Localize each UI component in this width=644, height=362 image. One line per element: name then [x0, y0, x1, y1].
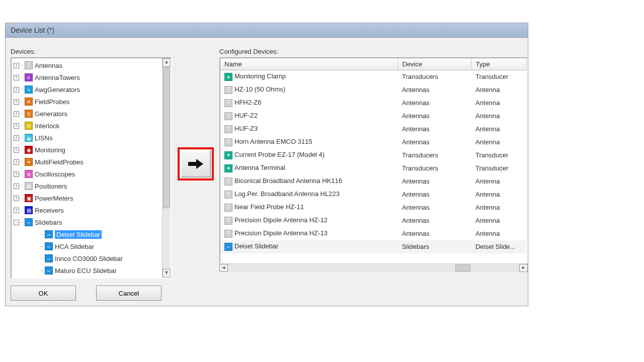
tree-item[interactable]: +··⊞Positioners — [12, 180, 162, 192]
tree-connector: ·· — [21, 208, 23, 213]
cell-type: Antenna — [471, 97, 527, 110]
tree-item[interactable]: +··▣PowerMeters — [12, 192, 162, 204]
tree-item[interactable]: ↔Innco CO3000 Slidebar — [12, 252, 162, 264]
cell-type: Antenna — [471, 110, 527, 123]
tree-item[interactable]: +··▤Receivers — [12, 204, 162, 216]
tree-item[interactable]: −··↔Slidebars — [12, 216, 162, 228]
tree-expand-toggle[interactable]: + — [14, 135, 19, 141]
table-row[interactable]: TBiconical Broadband Antenna HK116Antenn… — [220, 175, 527, 188]
tree-expand-toggle[interactable]: + — [14, 184, 19, 189]
tree-expand-toggle[interactable]: + — [14, 147, 19, 153]
tree-item[interactable]: +··☒Interlock — [12, 120, 162, 132]
tree-connector: ·· — [21, 159, 23, 164]
device-icon: ↔ — [224, 243, 232, 251]
device-icon: T — [224, 204, 232, 212]
tree-expand-toggle[interactable]: + — [14, 196, 19, 201]
table-row[interactable]: THorn Antenna EMCO 3115AntennasAntenna — [220, 136, 527, 149]
tree-expand-toggle[interactable]: + — [14, 159, 19, 165]
tree-expand-toggle[interactable]: + — [14, 63, 19, 68]
tree-expand-toggle[interactable]: + — [14, 75, 19, 80]
tree-connector: ·· — [21, 63, 23, 68]
tree-item[interactable]: +··∿AwgGenerators — [12, 83, 162, 96]
dialog-content: Devices: +··TAntennas+··≡AntennaTowers+·… — [6, 38, 528, 283]
hscroll-right-button[interactable]: ► — [519, 264, 528, 272]
table-row[interactable]: TPrecision Dipole Antenna HZ-13AntennasA… — [220, 227, 527, 240]
col-name[interactable]: Name — [220, 58, 398, 70]
tree-expand-toggle[interactable]: + — [14, 208, 19, 213]
tree-item[interactable]: +··≡AntennaTowers — [12, 71, 162, 83]
cancel-button[interactable]: Cancel — [96, 286, 162, 301]
tree-connector: ·· — [21, 135, 23, 140]
tree-item[interactable]: +··✦MultiFieldProbes — [12, 156, 162, 168]
device-icon: ✦ — [224, 151, 232, 159]
table-header-row: Name Device Type — [220, 58, 527, 70]
scroll-up-button[interactable]: ▲ — [163, 58, 171, 67]
cell-device: Antennas — [398, 227, 471, 240]
vertical-scrollbar[interactable]: ▲ ▼ — [162, 58, 171, 278]
col-type[interactable]: Type — [471, 58, 527, 70]
device-icon: T — [224, 230, 232, 238]
table-row[interactable]: ✦Monitoring ClampTransducersTransducer — [220, 70, 527, 83]
tree-expand-toggle[interactable]: + — [14, 99, 19, 105]
device-category-icon: ∿ — [25, 85, 33, 94]
tree-item-label: Interlock — [35, 122, 59, 130]
device-category-icon: ↔ — [25, 218, 33, 226]
svg-marker-0 — [188, 159, 203, 169]
tree-connector: ·· — [21, 171, 23, 176]
hscroll-thumb[interactable] — [455, 264, 470, 272]
tree-item[interactable]: +··✶FieldProbes — [12, 96, 162, 108]
table-row[interactable]: TNear Field Probe HZ-11AntennasAntenna — [220, 201, 527, 214]
cell-device: Antennas — [398, 136, 471, 149]
cell-device: Antennas — [398, 175, 471, 188]
table-row[interactable]: THFH2-Z6AntennasAntenna — [220, 97, 527, 110]
table-row[interactable]: TLog.Per. Broadband Antenna HL223Antenna… — [220, 188, 527, 201]
tree-item[interactable]: +··⊙Generators — [12, 108, 162, 120]
tree-item[interactable]: +··◒LISNs — [12, 132, 162, 144]
cell-type: Transducer — [471, 70, 527, 83]
tree-expand-toggle[interactable]: + — [14, 111, 19, 117]
col-device[interactable]: Device — [398, 58, 471, 70]
configured-devices-table[interactable]: Name Device Type ✦Monitoring ClampTransd… — [220, 58, 527, 253]
tree-item[interactable]: +··TAntennas — [12, 59, 162, 71]
table-row[interactable]: THZ-10 (50 Ohms)AntennasAntenna — [220, 83, 527, 97]
tree-item[interactable]: ↔Maturo ECU Slidebar — [12, 264, 162, 277]
table-row[interactable]: THUF-Z3AntennasAntenna — [220, 123, 527, 136]
cell-name: Log.Per. Broadband Antenna HL223 — [234, 190, 340, 198]
table-row[interactable]: THUF-Z2AntennasAntenna — [220, 110, 527, 123]
tree-expand-toggle[interactable]: + — [14, 87, 19, 93]
cell-name: Near Field Probe HZ-11 — [234, 203, 304, 211]
tree-expand-toggle[interactable]: + — [14, 171, 19, 177]
devices-tree[interactable]: +··TAntennas+··≡AntennaTowers+··∿AwgGene… — [12, 58, 162, 278]
tree-item[interactable]: ↔Deisel Slidebar — [12, 228, 162, 240]
scroll-down-button[interactable]: ▼ — [163, 269, 171, 278]
tree-item[interactable]: ↔HCA Slidebar — [12, 240, 162, 252]
cell-name: HUF-Z2 — [234, 112, 258, 119]
tree-item-label: Oscilloscopes — [35, 170, 75, 178]
tree-expand-toggle[interactable]: + — [14, 123, 19, 129]
window-title: Device List (*) — [6, 23, 528, 38]
table-row[interactable]: ✦Current Probe EZ-17 (Model 4)Transducer… — [220, 149, 527, 162]
table-row[interactable]: ↔Deisel SlidebarSlidebarsDeisel Slide... — [220, 240, 527, 253]
tree-item[interactable]: +··≋Oscilloscopes — [12, 168, 162, 180]
horizontal-scrollbar[interactable]: ◄ ► — [219, 263, 528, 272]
cell-type: Antenna — [471, 136, 527, 149]
table-row[interactable]: ✦Antenna TerminalTransducersTransducer — [220, 162, 527, 175]
devices-tree-container: +··TAntennas+··≡AntennaTowers+··∿AwgGene… — [11, 57, 172, 279]
tree-connector: ·· — [21, 111, 23, 116]
device-category-icon: ✦ — [25, 158, 33, 166]
tree-expand-toggle[interactable]: − — [14, 220, 19, 225]
hscroll-track[interactable] — [228, 264, 519, 272]
device-icon: T — [224, 86, 232, 94]
add-device-button[interactable] — [181, 150, 211, 177]
device-icon: T — [224, 177, 232, 186]
hscroll-left-button[interactable]: ◄ — [219, 264, 228, 272]
scroll-thumb[interactable] — [163, 67, 170, 208]
tree-item-label: Innco CO3000 Slidebar — [55, 255, 123, 262]
ok-button[interactable]: OK — [11, 286, 76, 301]
tree-item-label: MultiFieldProbes — [35, 158, 84, 166]
table-row[interactable]: TPrecision Dipole Antenna HZ-12AntennasA… — [220, 214, 527, 227]
cell-type: Antenna — [471, 123, 527, 136]
tree-item[interactable]: +··◉Monitoring — [12, 144, 162, 156]
cell-type: Antenna — [471, 227, 527, 240]
device-list-window: Device List (*) Devices: +··TAntennas+··… — [5, 23, 528, 306]
